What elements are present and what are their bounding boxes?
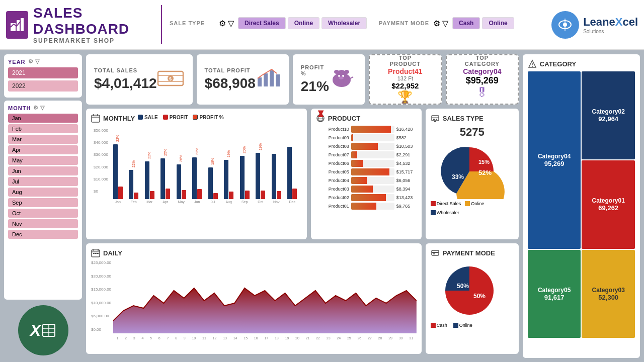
profit-pct-card: PROFIT % 21% — [293, 54, 365, 105]
product-bar-Product01: Product01$9,765 — [320, 203, 417, 210]
pig-icon — [329, 66, 357, 93]
monthly-bar-group-11: Dec — [285, 136, 299, 204]
year-filter-icon-1[interactable]: ⚙ — [28, 58, 34, 65]
svg-point-22 — [338, 79, 342, 85]
monthly-bar-group-10: Nov — [269, 143, 284, 204]
logo-text: SALES DASHBOARD SUPERMARKET SHOP — [33, 5, 153, 44]
top-product-name: Product41 — [374, 67, 437, 75]
month-Jul[interactable]: Jul — [8, 177, 78, 186]
top-category-card: TOP CATEGORY Category04 $95,269 🎖 — [446, 54, 519, 105]
daily-y-axis: $25,000.00 $20,000.00 $15,000.00 $10,000… — [91, 260, 111, 341]
sale-type-wholesaler[interactable]: Wholesaler — [321, 17, 367, 29]
month-May[interactable]: May — [8, 156, 78, 165]
month-Jun[interactable]: Jun — [8, 166, 78, 175]
medal-icon: 🎖 — [451, 86, 514, 100]
svg-point-28 — [334, 70, 339, 74]
top-product-qty: 132 Ft — [374, 75, 437, 81]
month-Aug[interactable]: Aug — [8, 188, 78, 197]
month-Dec[interactable]: Dec — [8, 230, 78, 239]
svg-rect-41 — [433, 119, 435, 120]
month-Sep[interactable]: Sep — [8, 198, 78, 207]
month-Apr[interactable]: Apr — [8, 145, 78, 154]
total-sales-value: $4,01,412 — [94, 75, 157, 92]
filter-icon-2[interactable]: ▽ — [228, 19, 234, 28]
monthly-bar-group-5: 23%Jun — [190, 146, 204, 204]
excel-avatar: X — [18, 305, 68, 355]
sales-type-pie: 15% 52% 33% — [431, 139, 509, 199]
profit-pct-label: PROFIT % — [301, 64, 329, 76]
app-subtitle: SUPERMARKET SHOP — [33, 37, 153, 44]
total-profit-card: TOTAL PROFIT $68,908 — [197, 54, 289, 105]
charts-bottom: DAILY $25,000.00 $20,000.00 $15,000.00 $… — [86, 243, 519, 354]
brand-name: LeaneXcel Solutions — [583, 16, 638, 34]
category-cell-Category05: Category0591,617 — [528, 250, 581, 338]
monthly-y-axis: $50,000 $40,000 $30,000 $20,000 $10,000 … — [94, 128, 108, 194]
monthly-bar-group-4: 26%May — [174, 153, 189, 204]
svg-text:15%: 15% — [478, 159, 490, 165]
product-bar-Product03: Product03$8,394 — [320, 186, 417, 193]
monthly-chart-title: MONTHLY SALE PROFIT PROFIT % — [91, 114, 302, 123]
daily-chart-card: DAILY $25,000.00 $20,000.00 $15,000.00 $… — [86, 243, 422, 354]
svg-text:$: $ — [169, 76, 172, 81]
year-2022[interactable]: 2022 — [8, 80, 78, 92]
product-bar-Product07: Product07$2,291 — [320, 151, 417, 158]
svg-point-62 — [532, 66, 533, 67]
month-Mar[interactable]: Mar — [8, 135, 78, 144]
excel-x: X — [30, 321, 41, 340]
payment-cash[interactable]: Cash — [452, 17, 480, 29]
year-filter-icon-2[interactable]: ▽ — [35, 58, 40, 65]
svg-point-23 — [343, 79, 347, 85]
monthly-bar-group-6: 18%Jul — [206, 156, 220, 204]
brand-logo: LeaneXcel Solutions — [546, 11, 638, 39]
total-profit-label: TOTAL PROFIT — [205, 67, 256, 73]
svg-point-25 — [342, 75, 344, 77]
category-cell-Category02: Category0292,964 — [582, 71, 635, 159]
month-Nov[interactable]: Nov — [8, 219, 78, 228]
charts-middle: MONTHLY SALE PROFIT PROFIT % $50,000 $40… — [86, 109, 519, 239]
top-product-price: $22,952 — [374, 81, 437, 90]
payment-filter-icon-2[interactable]: ▽ — [442, 19, 448, 28]
daily-icon — [91, 248, 100, 257]
month-filter-icon-2[interactable]: ▽ — [40, 105, 45, 111]
sale-type-online[interactable]: Online — [288, 17, 319, 29]
svg-point-26 — [339, 76, 344, 79]
month-filter-icon-1[interactable]: ⚙ — [33, 105, 39, 111]
top-cat-title1: TOP — [465, 55, 500, 61]
sales-type-title: SALES TYPE — [431, 114, 514, 123]
header: SALES DASHBOARD SUPERMARKET SHOP SALE TY… — [0, 0, 644, 50]
calendar-icon — [91, 114, 100, 123]
top-product-details: Product41 132 Ft $22,952 🏆 — [374, 67, 437, 104]
svg-text:52%: 52% — [478, 169, 492, 176]
monthly-bars: 22%Jan22%Feb22%Mar25%Apr26%May23%Jun18%J… — [111, 138, 299, 204]
monthly-bar-group-8: 20%Sep — [237, 145, 252, 204]
svg-rect-51 — [93, 253, 95, 254]
svg-text:50%: 50% — [473, 293, 486, 300]
top-category-banner: TOP CATEGORY — [463, 55, 502, 67]
svg-rect-30 — [92, 115, 100, 122]
month-Feb[interactable]: Feb — [8, 124, 78, 133]
year-filter-card: YEAR ⚙ ▽ 2021 2022 — [4, 54, 82, 98]
category-cell-Category04: Category0495,269 — [528, 71, 581, 249]
payment-filter-icon-1[interactable]: ⚙ — [433, 19, 440, 28]
sidebar: YEAR ⚙ ▽ 2021 2022 MONTH ⚙ ▽ JanFebMarAp… — [4, 54, 82, 358]
top-cat-price: $95,269 — [451, 75, 514, 86]
product-bar-Product05: Product05$15,717 — [320, 168, 417, 175]
filter-icon-1[interactable]: ⚙ — [219, 19, 226, 28]
top-product-title1: TOP — [390, 55, 421, 61]
year-2021[interactable]: 2021 — [8, 67, 78, 78]
sale-type-direct[interactable]: Direct Sales — [238, 17, 286, 29]
svg-rect-53 — [97, 253, 99, 254]
month-Oct[interactable]: Oct — [8, 209, 78, 218]
svg-rect-17 — [264, 73, 268, 86]
app-title: SALES DASHBOARD — [33, 5, 153, 37]
month-label: MONTH ⚙ ▽ — [8, 105, 78, 111]
brand-text-main: LeaneXcel — [583, 16, 638, 29]
svg-rect-42 — [436, 119, 437, 120]
payment-icon — [431, 248, 440, 257]
scroll-down-arrow[interactable]: ▼ — [316, 107, 326, 119]
total-profit-value: $68,908 — [205, 75, 256, 92]
payment-online[interactable]: Online — [482, 17, 514, 29]
brand-solutions: Solutions — [583, 29, 638, 34]
month-Jan[interactable]: Jan — [8, 114, 78, 123]
svg-point-29 — [344, 70, 349, 74]
